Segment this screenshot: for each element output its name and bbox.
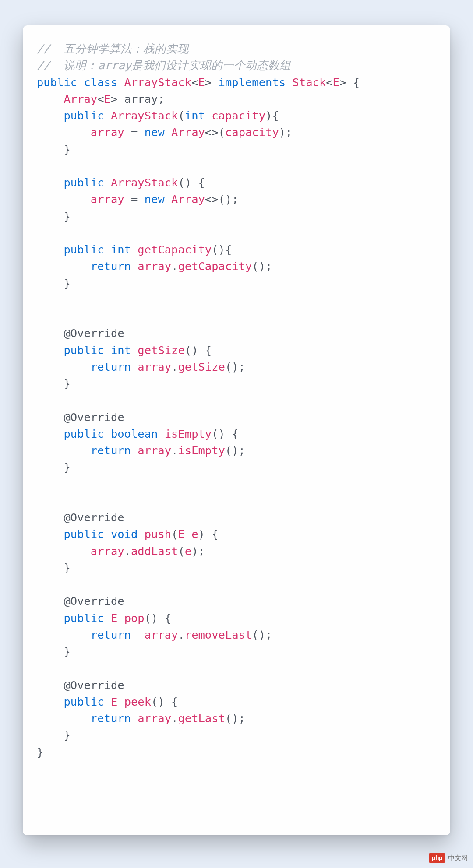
generic-type: E	[333, 76, 339, 89]
keyword: return	[91, 444, 131, 457]
method-name: getSize	[138, 344, 184, 357]
method-name: peek	[124, 695, 151, 708]
method-call: addLast	[131, 545, 178, 558]
return-type: E	[111, 611, 117, 625]
annotation: @Override	[64, 678, 124, 692]
keyword: return	[91, 360, 131, 373]
method-name: isEmpty	[165, 427, 212, 440]
generic-type: E	[104, 92, 111, 105]
annotation: @Override	[64, 327, 124, 340]
method-call: getCapacity	[178, 260, 252, 273]
keyword: public	[37, 76, 77, 89]
method-name: getCapacity	[138, 243, 212, 256]
field-ref: array	[138, 360, 171, 373]
param: e	[185, 545, 191, 558]
keyword: return	[91, 260, 131, 273]
keyword: class	[84, 76, 117, 89]
method-call: isEmpty	[178, 444, 225, 457]
keyword: public	[64, 176, 104, 189]
field-ref: array	[138, 444, 171, 457]
param: capacity	[212, 109, 265, 122]
field-ref: array	[91, 545, 124, 558]
keyword: int	[111, 243, 131, 256]
keyword: return	[91, 712, 131, 725]
method-name: push	[145, 527, 171, 541]
keyword: public	[64, 695, 104, 708]
class-name: ArrayStack	[124, 76, 192, 89]
class-name: Array	[64, 92, 97, 105]
keyword: public	[64, 243, 104, 256]
method-call: removeLast	[185, 628, 252, 641]
annotation: @Override	[64, 511, 124, 524]
constructor: ArrayStack	[111, 109, 178, 122]
keyword: public	[64, 109, 104, 122]
generic-type: E	[198, 76, 205, 89]
method-call: getSize	[178, 360, 225, 373]
keyword: implements	[219, 76, 286, 89]
keyword: public	[64, 527, 104, 541]
keyword: int	[111, 344, 131, 357]
field-ref: array	[91, 193, 124, 206]
method-call: getLast	[178, 712, 225, 725]
constructor: ArrayStack	[111, 176, 178, 189]
annotation: @Override	[64, 594, 124, 608]
param: e	[191, 527, 198, 541]
annotation: @Override	[64, 411, 124, 424]
return-type: E	[111, 695, 117, 708]
keyword: boolean	[111, 427, 158, 440]
field-name: array	[124, 92, 158, 105]
keyword: public	[64, 344, 104, 357]
class-name: Array	[171, 126, 205, 139]
class-name: Array	[171, 193, 205, 206]
generic-type: E	[178, 527, 184, 541]
field-ref: array	[145, 628, 178, 641]
keyword: new	[145, 193, 165, 206]
keyword: void	[111, 527, 138, 541]
method-name: pop	[124, 611, 145, 625]
comment-line: // 说明：array是我们设计实现的一个动态数组	[37, 59, 291, 72]
keyword: int	[185, 109, 205, 122]
keyword: new	[145, 126, 165, 139]
code-block: // 五分钟学算法：栈的实现 // 说明：array是我们设计实现的一个动态数组…	[37, 40, 441, 760]
keyword: public	[64, 427, 104, 440]
field-ref: array	[91, 126, 124, 139]
keyword: return	[91, 628, 131, 641]
param: capacity	[225, 126, 279, 139]
watermark-text: 中文网	[448, 854, 468, 862]
class-name: Stack	[292, 76, 326, 89]
watermark-logo: php	[429, 853, 445, 863]
code-card: // 五分钟学算法：栈的实现 // 说明：array是我们设计实现的一个动态数组…	[23, 25, 450, 835]
watermark: php 中文网	[429, 853, 468, 863]
comment-line: // 五分钟学算法：栈的实现	[37, 42, 189, 55]
field-ref: array	[138, 712, 171, 725]
field-ref: array	[138, 260, 171, 273]
keyword: public	[64, 611, 104, 625]
